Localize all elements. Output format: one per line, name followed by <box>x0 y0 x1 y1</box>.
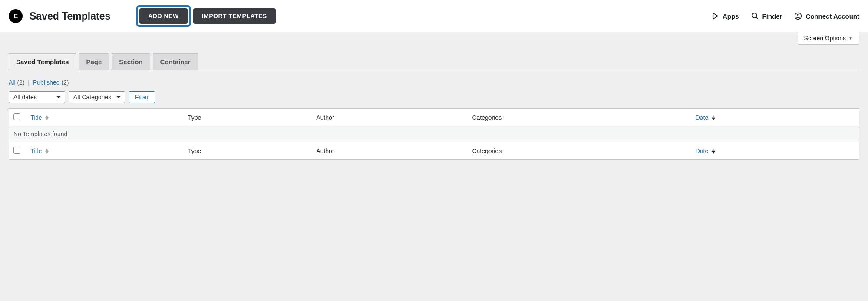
select-all-checkbox-footer[interactable] <box>13 147 20 154</box>
filter-published-count: (2) <box>61 79 69 86</box>
sort-icon <box>45 115 49 120</box>
svg-point-3 <box>797 14 799 16</box>
table-footer-row: Title Type Author Categories Date <box>9 142 859 160</box>
svg-point-0 <box>752 13 757 18</box>
add-new-button[interactable]: ADD NEW <box>139 8 187 24</box>
apps-label: Apps <box>723 13 739 20</box>
column-categories: Categories <box>468 109 691 126</box>
sort-by-title-footer[interactable]: Title <box>31 147 49 154</box>
chevron-down-icon: ▼ <box>848 36 853 41</box>
date-filter-select[interactable]: All dates <box>9 91 65 103</box>
filter-row: All dates All Categories Filter <box>9 91 859 103</box>
import-templates-button[interactable]: IMPORT TEMPLATES <box>193 8 276 24</box>
table-empty-row: No Templates found <box>9 126 859 142</box>
column-author-footer: Author <box>312 142 468 160</box>
select-all-checkbox[interactable] <box>13 113 20 120</box>
apps-link[interactable]: Apps <box>711 12 739 20</box>
separator: | <box>28 79 30 86</box>
content-area: Saved Templates Page Section Container A… <box>0 45 868 168</box>
tab-page[interactable]: Page <box>79 53 109 70</box>
header-actions: ADD NEW IMPORT TEMPLATES <box>136 5 275 27</box>
user-icon <box>794 12 802 20</box>
screen-options-wrap: Screen Options ▼ <box>0 32 868 45</box>
column-type-footer: Type <box>184 142 312 160</box>
tab-section[interactable]: Section <box>112 53 150 70</box>
elementor-logo: E <box>9 9 23 23</box>
screen-options-label: Screen Options <box>804 35 846 42</box>
apps-icon <box>711 12 719 20</box>
sort-by-date-footer[interactable]: Date <box>696 147 715 154</box>
table-header-row: Title Type Author Categories Date <box>9 109 859 126</box>
sort-by-date[interactable]: Date <box>696 114 715 121</box>
filter-button[interactable]: Filter <box>129 91 155 103</box>
filter-all-link[interactable]: All <box>9 79 16 86</box>
sort-by-title[interactable]: Title <box>31 114 49 121</box>
finder-label: Finder <box>762 13 782 20</box>
column-categories-footer: Categories <box>468 142 691 160</box>
page-title: Saved Templates <box>30 10 110 22</box>
sort-icon <box>712 149 715 154</box>
top-bar: E Saved Templates ADD NEW IMPORT TEMPLAT… <box>0 0 868 32</box>
tab-container[interactable]: Container <box>153 53 198 70</box>
tab-wrapper: Saved Templates Page Section Container <box>9 53 859 70</box>
connect-account-link[interactable]: Connect Account <box>794 12 859 20</box>
tab-saved-templates[interactable]: Saved Templates <box>9 53 76 70</box>
sort-icon <box>712 115 715 120</box>
templates-table: Title Type Author Categories Date No Tem… <box>9 108 859 160</box>
connect-label: Connect Account <box>805 13 859 20</box>
sort-icon <box>45 149 49 154</box>
top-right-menu: Apps Finder Connect Account <box>711 12 859 20</box>
empty-message: No Templates found <box>9 126 859 142</box>
filter-all-count: (2) <box>17 79 24 86</box>
svg-line-1 <box>756 17 758 19</box>
column-author: Author <box>312 109 468 126</box>
search-icon <box>751 12 759 20</box>
finder-link[interactable]: Finder <box>751 12 782 20</box>
column-type: Type <box>184 109 312 126</box>
status-filter-links: All (2) | Published (2) <box>9 79 859 86</box>
screen-options-button[interactable]: Screen Options ▼ <box>798 32 859 45</box>
filter-published-link[interactable]: Published <box>33 79 60 86</box>
category-filter-select[interactable]: All Categories <box>69 91 125 103</box>
add-new-highlight: ADD NEW <box>136 5 190 27</box>
